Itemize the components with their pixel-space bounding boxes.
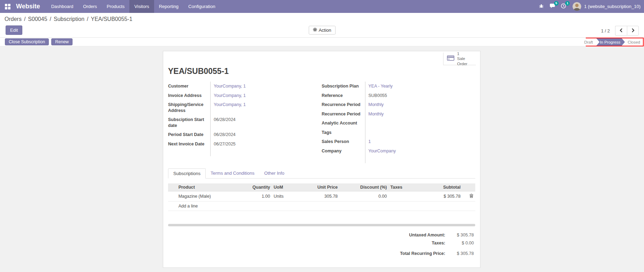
add-a-line-link[interactable]: Add a line	[177, 202, 475, 211]
filler	[210, 149, 322, 156]
action-button[interactable]: Action	[309, 26, 335, 35]
content-area: 1 Sale Order YEA/SUB0055-1 Customer Your…	[0, 46, 644, 272]
column-header-taxes[interactable]: Taxes	[389, 183, 407, 191]
sales-person-value[interactable]: 1	[365, 137, 476, 146]
cell-quantity: 1.00	[235, 191, 272, 202]
user-label: 1 (website_subscription_10)	[584, 4, 641, 9]
record-title: YEA/SUB0055-1	[168, 51, 475, 76]
actions-column-header	[462, 183, 475, 191]
renew-button[interactable]: Renew	[51, 38, 73, 45]
tags-value	[365, 128, 476, 137]
user-menu[interactable]: 1 (website_subscription_10)	[569, 2, 644, 11]
apps-grid-icon	[5, 4, 10, 9]
pager-next-button[interactable]	[627, 26, 639, 36]
menu-item-dashboard[interactable]: Dashboard	[46, 0, 78, 13]
statusbar-step-in-progress[interactable]: In Progress	[596, 38, 625, 46]
statusbar-step-closed[interactable]: Closed	[625, 38, 643, 46]
pager: 1 / 2	[601, 26, 639, 36]
tab-terms-and-conditions[interactable]: Terms and Conditions	[206, 168, 259, 179]
breadcrumb-current: YEA/SUB0055-1	[91, 16, 132, 22]
pager-previous-button[interactable]	[615, 26, 627, 36]
sales-person-label: Sales Person	[322, 137, 365, 146]
recurrence-period-2-value[interactable]: Monthly	[365, 109, 476, 119]
column-header-uom[interactable]: UoM	[272, 183, 296, 191]
pager-buttons	[615, 26, 639, 36]
period-start-date-label: Period Start Date	[168, 130, 210, 139]
invoice-address-value[interactable]: YourCompany, 1	[210, 91, 322, 100]
column-header-quantity[interactable]: Quantity	[235, 183, 272, 191]
company-value[interactable]: YourCompany	[365, 146, 476, 156]
activities-badge: 1	[565, 1, 570, 6]
next-invoice-date-value: 06/27/2025	[210, 139, 322, 149]
table-header-row: Product Quantity UoM Unit Price Discount…	[168, 183, 475, 191]
analytic-account-label: Analytic Account	[322, 119, 365, 128]
cell-discount: 0.00	[340, 191, 389, 202]
filler	[322, 156, 365, 160]
app-name[interactable]: Website	[16, 3, 40, 10]
statusbar-step-draft[interactable]: Draft	[581, 38, 596, 46]
bug-icon	[539, 3, 544, 10]
main-menu: Dashboard Orders Products Visitors Repor…	[46, 0, 220, 13]
sale-order-count: 1	[457, 51, 476, 56]
delete-row-button[interactable]	[462, 191, 475, 202]
subscription-plan-value[interactable]: YEA - Yearly	[365, 82, 476, 91]
menu-item-reporting[interactable]: Reporting	[154, 0, 183, 13]
row-handle-cell	[168, 202, 177, 211]
next-invoice-date-label: Next Invoice Date	[168, 139, 210, 149]
breadcrumb: Orders / S00045 / Subscription / YEA/SUB…	[0, 13, 644, 24]
field-group-left: Customer YourCompany, 1 Invoice Address …	[168, 82, 322, 163]
taxes-row: Taxes: $ 0.00	[432, 239, 474, 247]
add-line-row: Add a line	[168, 202, 475, 211]
total-recurring-price-row: Total Recurring Price: $ 305.78	[400, 249, 474, 257]
breadcrumb-orders[interactable]: Orders	[5, 16, 22, 22]
tags-label: Tags	[322, 128, 365, 137]
totals-block: Untaxed Amount: $ 305.78 Taxes: $ 0.00 T…	[168, 231, 475, 257]
activities-button[interactable]: 1	[558, 0, 569, 13]
breadcrumb-s00045[interactable]: S00045	[28, 16, 47, 22]
period-start-date-value: 06/28/2024	[210, 130, 322, 139]
recurrence-period-value[interactable]: Monthly	[365, 100, 476, 109]
chevron-left-icon	[620, 28, 623, 34]
column-header-subtotal[interactable]: Subtotal	[407, 183, 462, 191]
column-header-unit-price[interactable]: Unit Price	[296, 183, 339, 191]
tab-subscriptions[interactable]: Subscriptions	[168, 168, 206, 179]
recurrence-period-2-label: Recurrence Period	[322, 109, 365, 119]
sale-order-label: Sale Order	[457, 56, 476, 66]
debug-button[interactable]	[536, 0, 547, 13]
cell-product: Magazine (Male)	[177, 191, 235, 202]
menu-item-products[interactable]: Products	[102, 0, 129, 13]
subscription-start-date-value: 06/28/2024	[210, 115, 322, 130]
subscription-lines-table: Product Quantity UoM Unit Price Discount…	[168, 183, 475, 211]
untaxed-amount-row: Untaxed Amount: $ 305.78	[409, 231, 474, 239]
edit-button[interactable]: Edit	[6, 25, 22, 35]
credit-card-icon	[447, 55, 454, 62]
breadcrumb-separator: /	[87, 16, 88, 22]
column-header-product[interactable]: Product	[177, 183, 235, 191]
status-row: Close Subscription Renew Draft In Progre…	[0, 37, 644, 46]
systray: 5 1 1 (webs	[536, 0, 644, 13]
menu-item-configuration[interactable]: Configuration	[183, 0, 220, 13]
tab-other-info[interactable]: Other Info	[259, 168, 289, 179]
page: Website Dashboard Orders Products Visito…	[0, 0, 644, 272]
column-header-discount[interactable]: Discount (%)	[340, 183, 389, 191]
customer-label: Customer	[168, 82, 210, 91]
stat-button-text: 1 Sale Order	[457, 51, 476, 66]
field-group-right: Subscription Plan YEA - Yearly Reference…	[322, 82, 476, 163]
menu-item-orders[interactable]: Orders	[78, 0, 102, 13]
shipping-address-value[interactable]: YourCompany, 1	[210, 100, 322, 115]
field-groups: Customer YourCompany, 1 Invoice Address …	[168, 82, 475, 163]
breadcrumb-subscription[interactable]: Subscription	[54, 16, 84, 22]
close-subscription-button[interactable]: Close Subscription	[5, 38, 49, 45]
table-row[interactable]: Magazine (Male) 1.00 Units 305.78 0.00 $…	[168, 191, 475, 202]
customer-value[interactable]: YourCompany, 1	[210, 82, 322, 91]
record-action-buttons: Close Subscription Renew	[5, 38, 73, 45]
horizontal-scrollbar[interactable]	[168, 224, 475, 226]
notebook-tabs: Subscriptions Terms and Conditions Other…	[168, 168, 475, 179]
chevron-right-icon	[631, 28, 635, 34]
messages-button[interactable]: 5	[547, 0, 558, 13]
total-recurring-price-label: Total Recurring Price:	[400, 251, 445, 256]
apps-menu-button[interactable]	[0, 0, 15, 13]
subscription-start-date-label: Subsciption Start date	[168, 115, 210, 130]
sale-order-stat-button[interactable]: 1 Sale Order	[443, 53, 476, 65]
menu-item-visitors[interactable]: Visitors	[129, 0, 154, 13]
